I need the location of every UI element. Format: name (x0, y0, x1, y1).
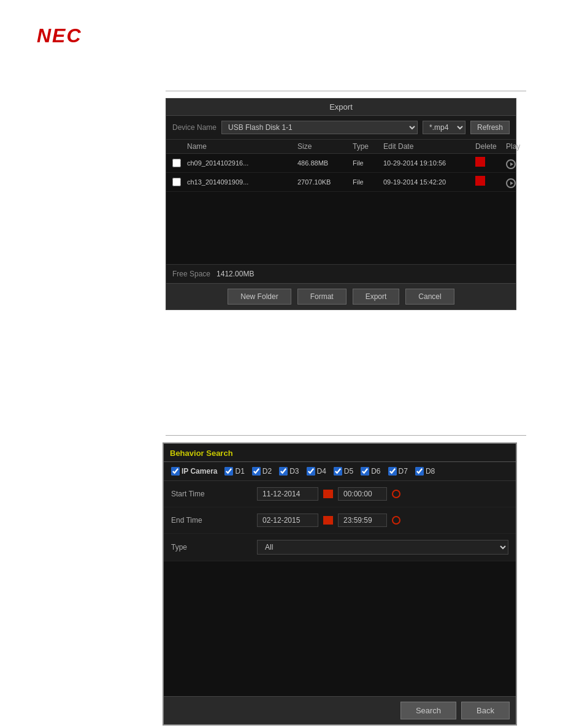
format-button[interactable]: Format (297, 289, 347, 305)
type-label: Type (171, 543, 257, 552)
camera-d1: D1 (224, 467, 244, 476)
table-row: ch09_2014102916... 486.88MB File 10-29-2… (166, 154, 516, 173)
new-folder-button[interactable]: New Folder (228, 289, 291, 305)
play-icon-2[interactable] (506, 176, 530, 188)
file-name-2: ch13_2014091909... (187, 178, 297, 186)
camera-d7-checkbox[interactable] (388, 467, 397, 476)
divider-top (166, 91, 526, 91)
search-button[interactable]: Search (400, 702, 456, 719)
cancel-button[interactable]: Cancel (405, 289, 454, 305)
behavior-search-dialog: Behavior Search IP Camera D1 D2 D3 D4 D5 (163, 442, 517, 726)
start-time-value (257, 487, 508, 501)
camera-d8: D8 (415, 467, 435, 476)
end-date-icon[interactable] (323, 516, 333, 525)
camera-d6-checkbox[interactable] (361, 467, 369, 476)
end-date-input[interactable] (257, 514, 318, 527)
behavior-search-title: Behavior Search (164, 444, 516, 462)
camera-d1-checkbox[interactable] (224, 467, 233, 476)
delete-icon-2[interactable] (475, 176, 506, 188)
col-play: Play (506, 142, 530, 151)
file-checkbox-2[interactable] (172, 178, 181, 186)
export-button[interactable]: Export (353, 289, 400, 305)
camera-d4-checkbox[interactable] (307, 467, 315, 476)
type-select[interactable]: All (257, 540, 508, 555)
device-name-label: Device Name (172, 123, 216, 132)
end-time-value (257, 514, 508, 527)
camera-d3-label: D3 (289, 467, 299, 476)
camera-d4-label: D4 (317, 467, 326, 476)
behavior-content-area (164, 561, 516, 696)
file-date-1: 10-29-2014 19:10:56 (383, 159, 475, 167)
start-time-row: Start Time (164, 481, 516, 507)
divider-bottom (166, 435, 526, 436)
col-delete: Delete (475, 142, 506, 151)
free-space-row: Free Space 1412.00MB (166, 264, 516, 283)
end-time-row: End Time (164, 507, 516, 534)
start-time-icon[interactable] (392, 490, 400, 498)
camera-d2-checkbox[interactable] (252, 467, 261, 476)
export-button-bar: New Folder Format Export Cancel (166, 283, 516, 309)
col-size: Size (297, 142, 353, 151)
file-size-2: 2707.10KB (297, 178, 353, 186)
col-edit-date: Edit Date (383, 142, 475, 151)
free-space-value: 1412.00MB (216, 270, 254, 278)
export-table-header: Name Size Type Edit Date Delete Play (166, 140, 516, 154)
table-row: ch13_2014091909... 2707.10KB File 09-19-… (166, 173, 516, 192)
camera-d3-checkbox[interactable] (279, 467, 288, 476)
file-type-1: File (353, 159, 383, 167)
camera-d5: D5 (334, 467, 353, 476)
camera-d8-label: D8 (426, 467, 435, 476)
file-size-1: 486.88MB (297, 159, 353, 167)
export-device-row: Device Name USB Flash Disk 1-1 *.mp4 Ref… (166, 116, 516, 140)
type-row: Type All (164, 534, 516, 561)
camera-d3: D3 (279, 467, 299, 476)
ip-camera-checkbox[interactable] (171, 467, 180, 476)
ip-camera-label: IP Camera (182, 467, 217, 476)
format-select[interactable]: *.mp4 (423, 121, 465, 134)
end-time-input[interactable] (338, 514, 387, 527)
camera-d2-label: D2 (262, 467, 272, 476)
camera-d5-checkbox[interactable] (334, 467, 342, 476)
back-button[interactable]: Back (461, 702, 510, 719)
camera-d1-label: D1 (235, 467, 244, 476)
file-checkbox-1[interactable] (172, 159, 181, 167)
file-date-2: 09-19-2014 15:42:20 (383, 178, 475, 186)
start-date-icon[interactable] (323, 490, 333, 498)
col-name: Name (187, 142, 297, 151)
camera-selection-row: IP Camera D1 D2 D3 D4 D5 D6 D7 (164, 462, 516, 481)
camera-d6-label: D6 (371, 467, 380, 476)
start-time-input[interactable] (338, 487, 387, 501)
play-icon-1[interactable] (506, 157, 530, 169)
start-time-label: Start Time (171, 490, 257, 498)
nec-logo: NEC (37, 25, 82, 47)
delete-icon-1[interactable] (475, 157, 506, 169)
file-type-2: File (353, 178, 383, 186)
export-file-list: ch09_2014102916... 486.88MB File 10-29-2… (166, 154, 516, 264)
end-time-label: End Time (171, 516, 257, 525)
free-space-label: Free Space (172, 270, 210, 278)
end-time-icon[interactable] (392, 516, 400, 525)
camera-d2: D2 (252, 467, 272, 476)
camera-d8-checkbox[interactable] (415, 467, 424, 476)
camera-d5-label: D5 (344, 467, 353, 476)
ip-camera-item: IP Camera (171, 467, 217, 476)
refresh-button[interactable]: Refresh (470, 121, 510, 134)
export-title: Export (166, 99, 516, 116)
camera-d4: D4 (307, 467, 326, 476)
camera-d6: D6 (361, 467, 380, 476)
behavior-button-bar: Search Back (164, 696, 516, 724)
col-type: Type (353, 142, 383, 151)
camera-d7-label: D7 (399, 467, 408, 476)
export-dialog: Export Device Name USB Flash Disk 1-1 *.… (166, 98, 516, 310)
camera-d7: D7 (388, 467, 408, 476)
file-name-1: ch09_2014102916... (187, 159, 297, 167)
device-name-select[interactable]: USB Flash Disk 1-1 (221, 121, 418, 134)
start-date-input[interactable] (257, 487, 318, 501)
